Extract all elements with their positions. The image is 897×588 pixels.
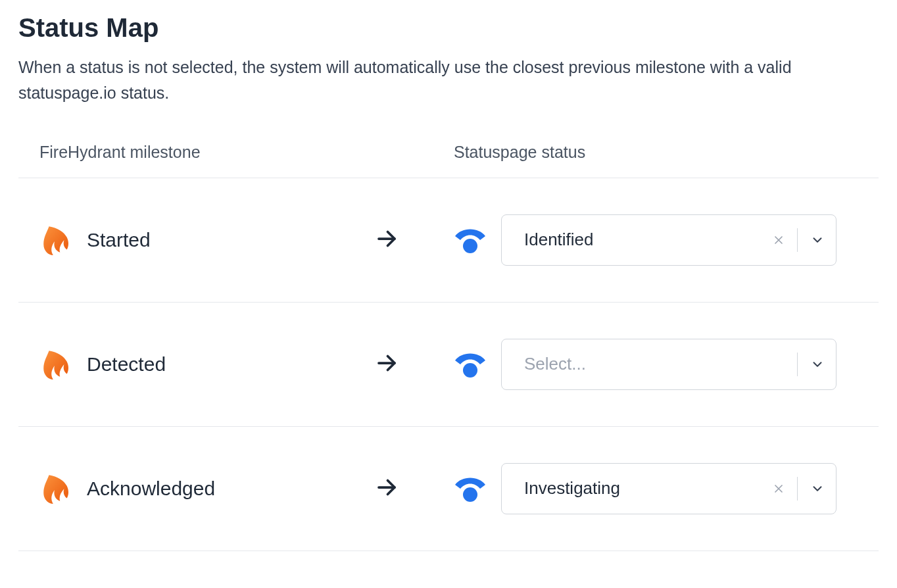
status-map-table: FireHydrant milestone Statuspage status	[18, 143, 879, 551]
firehydrant-icon	[39, 348, 72, 381]
svg-point-5	[463, 363, 477, 378]
column-header-status: Statuspage status	[454, 143, 585, 162]
status-select[interactable]: Identified	[501, 214, 836, 266]
column-header-milestone: FireHydrant milestone	[39, 143, 201, 162]
arrow-right-icon	[375, 476, 399, 502]
table-row: Detected Select...	[18, 303, 879, 427]
chevron-down-icon[interactable]	[806, 477, 829, 501]
chevron-down-icon[interactable]	[806, 353, 829, 376]
page-title: Status Map	[18, 13, 879, 43]
firehydrant-icon	[39, 472, 72, 505]
arrow-right-icon	[375, 227, 399, 253]
clear-icon[interactable]	[768, 230, 789, 251]
status-select[interactable]: Investigating	[501, 463, 836, 514]
divider	[797, 228, 798, 252]
status-select-placeholder: Select...	[524, 354, 793, 374]
statuspage-icon	[454, 474, 487, 503]
arrow-right-icon	[375, 351, 399, 378]
table-row: Started Identified	[18, 178, 879, 303]
divider	[797, 477, 798, 501]
milestone-label: Acknowledged	[87, 478, 215, 500]
status-select[interactable]: Select...	[501, 339, 836, 390]
table-row: Acknowledged Investigating	[18, 427, 879, 551]
statuspage-icon	[454, 350, 487, 379]
milestone-label: Started	[87, 229, 151, 251]
status-select-value: Identified	[524, 230, 768, 250]
clear-icon[interactable]	[768, 478, 789, 499]
statuspage-icon	[454, 226, 487, 255]
milestone-label: Detected	[87, 353, 166, 376]
svg-point-1	[463, 239, 477, 253]
table-header: FireHydrant milestone Statuspage status	[18, 143, 879, 178]
firehydrant-icon	[39, 224, 72, 257]
chevron-down-icon[interactable]	[806, 228, 829, 252]
status-select-value: Investigating	[524, 478, 768, 499]
page-description: When a status is not selected, the syste…	[18, 55, 873, 106]
svg-point-7	[463, 487, 477, 502]
divider	[797, 353, 798, 376]
